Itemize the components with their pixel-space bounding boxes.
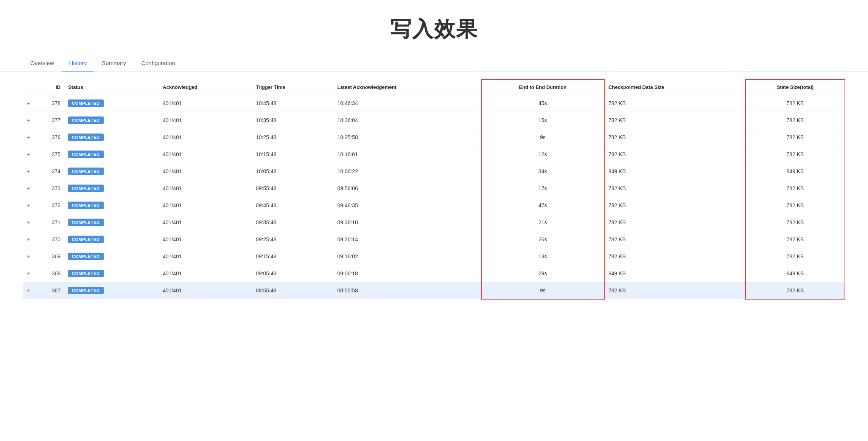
expand-btn[interactable]: + — [23, 180, 34, 197]
table-row: +372COMPLETED401/40109:45:4809:46:3547s7… — [23, 197, 845, 214]
col-header-id: ID — [34, 79, 64, 95]
row-state-size: 782 KB — [745, 112, 845, 129]
expand-btn[interactable]: + — [23, 112, 34, 129]
row-trigger-time: 10:45:48 — [252, 95, 333, 112]
status-badge: COMPLETED — [68, 134, 104, 141]
status-badge: COMPLETED — [68, 270, 104, 277]
status-badge: COMPLETED — [68, 236, 104, 243]
row-checkpointed-size: 782 KB — [604, 248, 745, 265]
table-row: +377COMPLETED401/40110:35:4810:36:0415s7… — [23, 112, 845, 129]
row-acknowledged: 401/401 — [159, 265, 252, 282]
row-end-duration: 13s — [481, 248, 604, 265]
table-row: +367COMPLETED401/40108:55:4808:55:589s78… — [23, 282, 845, 299]
expand-btn[interactable]: + — [23, 163, 34, 180]
row-trigger-time: 10:35:48 — [252, 112, 333, 129]
row-checkpointed-size: 782 KB — [604, 129, 745, 146]
row-state-size: 849 KB — [745, 163, 845, 180]
row-end-duration: 45s — [481, 95, 604, 112]
row-status: COMPLETED — [64, 197, 159, 214]
row-state-size: 782 KB — [745, 197, 845, 214]
row-end-duration: 26s — [481, 231, 604, 248]
row-status: COMPLETED — [64, 146, 159, 163]
row-state-size: 782 KB — [745, 180, 845, 197]
status-badge: COMPLETED — [68, 253, 104, 260]
row-latest-ack: 08:55:58 — [333, 282, 481, 299]
row-status: COMPLETED — [64, 231, 159, 248]
row-state-size: 849 KB — [745, 265, 845, 282]
row-state-size: 782 KB — [745, 146, 845, 163]
tab-history[interactable]: History — [62, 55, 95, 71]
history-table-container: ID Status Acknowledged Trigger Time Late… — [0, 71, 868, 307]
col-header-status: Status — [64, 79, 159, 95]
row-checkpointed-size: 782 KB — [604, 214, 745, 231]
row-trigger-time: 08:55:48 — [252, 282, 333, 299]
expand-btn[interactable]: + — [23, 95, 34, 112]
table-row: +378COMPLETED401/40110:45:4810:46:3445s7… — [23, 95, 845, 112]
row-latest-ack: 10:36:04 — [333, 112, 481, 129]
row-state-size: 782 KB — [745, 129, 845, 146]
expand-btn[interactable]: + — [23, 282, 34, 299]
row-acknowledged: 401/401 — [159, 248, 252, 265]
row-end-duration: 21s — [481, 214, 604, 231]
status-badge: COMPLETED — [68, 168, 104, 175]
row-id: 374 — [34, 163, 64, 180]
table-row: +371COMPLETED401/40109:35:4809:36:1021s7… — [23, 214, 845, 231]
row-latest-ack: 09:26:14 — [333, 231, 481, 248]
page-title: 写入效果 — [0, 0, 868, 55]
row-trigger-time: 10:25:48 — [252, 129, 333, 146]
col-header-checkpointed-size: Checkpointed Data Size — [604, 79, 745, 95]
row-end-duration: 12s — [481, 146, 604, 163]
row-latest-ack: 09:06:18 — [333, 265, 481, 282]
tab-overview[interactable]: Overview — [23, 55, 62, 71]
row-checkpointed-size: 782 KB — [604, 112, 745, 129]
row-latest-ack: 09:56:06 — [333, 180, 481, 197]
row-status: COMPLETED — [64, 214, 159, 231]
row-id: 367 — [34, 282, 64, 299]
row-latest-ack: 09:16:02 — [333, 248, 481, 265]
tab-summary[interactable]: Summary — [94, 55, 134, 71]
expand-btn[interactable]: + — [23, 146, 34, 163]
row-trigger-time: 10:15:48 — [252, 146, 333, 163]
row-latest-ack: 10:25:58 — [333, 129, 481, 146]
row-latest-ack: 10:06:22 — [333, 163, 481, 180]
row-id: 378 — [34, 95, 64, 112]
expand-btn[interactable]: + — [23, 248, 34, 265]
row-trigger-time: 09:55:48 — [252, 180, 333, 197]
row-trigger-time: 09:15:48 — [252, 248, 333, 265]
row-status: COMPLETED — [64, 248, 159, 265]
row-acknowledged: 401/401 — [159, 163, 252, 180]
tabs-bar: Overview History Summary Configuration — [0, 55, 868, 71]
col-header-acknowledged: Acknowledged — [159, 79, 252, 95]
row-id: 370 — [34, 231, 64, 248]
table-row: +376COMPLETED401/40110:25:4810:25:589s78… — [23, 129, 845, 146]
expand-btn[interactable]: + — [23, 129, 34, 146]
row-checkpointed-size: 849 KB — [604, 265, 745, 282]
row-status: COMPLETED — [64, 95, 159, 112]
row-status: COMPLETED — [64, 112, 159, 129]
table-row: +368COMPLETED401/40109:05:4809:06:1829s8… — [23, 265, 845, 282]
row-acknowledged: 401/401 — [159, 112, 252, 129]
row-acknowledged: 401/401 — [159, 282, 252, 299]
row-state-size: 782 KB — [745, 214, 845, 231]
table-row: +373COMPLETED401/40109:55:4809:56:0617s7… — [23, 180, 845, 197]
row-status: COMPLETED — [64, 265, 159, 282]
expand-btn[interactable]: + — [23, 197, 34, 214]
row-acknowledged: 401/401 — [159, 95, 252, 112]
table-row: +369COMPLETED401/40109:15:4809:16:0213s7… — [23, 248, 845, 265]
row-checkpointed-size: 782 KB — [604, 146, 745, 163]
row-state-size: 782 KB — [745, 282, 845, 299]
expand-btn[interactable]: + — [23, 265, 34, 282]
row-id: 372 — [34, 197, 64, 214]
row-end-duration: 9s — [481, 129, 604, 146]
tab-configuration[interactable]: Configuration — [134, 55, 182, 71]
row-end-duration: 17s — [481, 180, 604, 197]
row-end-duration: 9s — [481, 282, 604, 299]
row-id: 368 — [34, 265, 64, 282]
col-header-latest-ack: Latest Acknowledgement — [333, 79, 481, 95]
expand-btn[interactable]: + — [23, 231, 34, 248]
expand-btn[interactable]: + — [23, 214, 34, 231]
row-checkpointed-size: 849 KB — [604, 163, 745, 180]
status-badge: COMPLETED — [68, 202, 104, 209]
status-badge: COMPLETED — [68, 116, 104, 124]
row-status: COMPLETED — [64, 180, 159, 197]
